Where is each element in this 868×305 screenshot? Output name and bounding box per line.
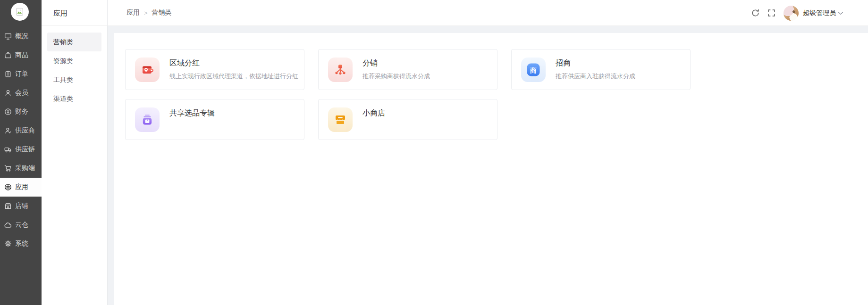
app-card-title: 区域分红 (169, 58, 298, 68)
apps-wheel-icon (4, 183, 12, 191)
topbar-right: 超级管理员 (751, 0, 843, 26)
cart-icon (4, 165, 12, 172)
sidebar-item-orders[interactable]: 订单 (0, 65, 42, 83)
topbar: 应用 > 营销类 超级管理员 (108, 0, 868, 26)
fullscreen-icon[interactable] (767, 9, 775, 17)
sidebar-item-procurement[interactable]: 采购端 (0, 159, 42, 178)
secondary-menu: 营销类 资源类 工具类 渠道类 (42, 26, 107, 108)
truck-icon (4, 146, 12, 153)
sidebar-item-supplier[interactable]: 供应商 (0, 121, 42, 140)
user-name: 超级管理员 (803, 9, 836, 17)
sidebar-item-label: 订单 (15, 70, 28, 78)
app-card-distribution[interactable]: 分销 推荐采购商获得流水分成 (318, 49, 497, 90)
sidebar-item-label: 店铺 (15, 202, 28, 210)
submenu-item-resources[interactable]: 资源类 (47, 51, 101, 70)
content-panel: 区域分红 线上实现行政区域代理渠道，依据地址进行分红 (114, 33, 868, 305)
app-card-regional-dividend[interactable]: 区域分红 线上实现行政区域代理渠道，依据地址进行分红 (125, 49, 304, 90)
chevron-down-icon (838, 10, 843, 16)
primary-menu: 概况 商品 订单 会员 财务 供应商 供应链 采购端 (0, 27, 42, 253)
bag-icon (4, 51, 12, 59)
storefront-line-icon (4, 202, 12, 210)
app-card-desc: 推荐采购商获得流水分成 (362, 72, 430, 81)
app-card-small-shop[interactable]: 小商店 (318, 99, 497, 140)
broken-image-icon (15, 7, 25, 16)
sidebar-item-goods[interactable]: 商品 (0, 46, 42, 65)
sidebar-item-apps[interactable]: 应用 (0, 178, 42, 197)
monitor-icon (4, 33, 12, 40)
sidebar-item-supply-chain[interactable]: 供应链 (0, 140, 42, 159)
user-avatar (784, 6, 799, 21)
person-icon (4, 89, 12, 97)
sidebar-item-label: 云仓 (15, 221, 28, 229)
sidebar-item-label: 商品 (15, 51, 28, 59)
storefront-icon (328, 107, 353, 132)
app-card-title: 共享选品专辑 (169, 107, 215, 118)
sidebar-item-label: 系统 (15, 239, 28, 248)
sidebar-item-label: 供应商 (15, 126, 35, 135)
submenu-item-marketing[interactable]: 营销类 (47, 33, 101, 51)
app-card-merchant-recruitment[interactable]: 商 招商 推荐供应商入驻获得流水分成 (511, 49, 691, 90)
sidebar-item-label: 采购端 (15, 164, 35, 173)
app-card-title: 分销 (362, 58, 430, 68)
breadcrumb-separator: > (144, 9, 148, 16)
submenu-item-channels[interactable]: 渠道类 (47, 89, 101, 108)
album-box-icon (135, 107, 160, 132)
sidebar-item-label: 供应链 (15, 145, 35, 154)
svg-text:商: 商 (530, 66, 537, 74)
sidebar-item-members[interactable]: 会员 (0, 83, 42, 102)
sidebar-item-finance[interactable]: 财务 (0, 102, 42, 121)
sidebar-item-label: 应用 (15, 183, 28, 191)
clipboard-icon (4, 70, 12, 78)
merchant-badge-icon: 商 (521, 58, 546, 82)
user-menu-trigger[interactable]: 超级管理员 (784, 6, 843, 21)
app-card-desc: 线上实现行政区域代理渠道，依据地址进行分红 (169, 72, 298, 81)
submenu-item-tools[interactable]: 工具类 (47, 70, 101, 89)
sidebar-item-cloud-warehouse[interactable]: 云仓 (0, 215, 42, 234)
breadcrumb-item-marketing: 营销类 (152, 8, 172, 17)
sidebar-item-shops[interactable]: 店铺 (0, 197, 42, 215)
sidebar-item-overview[interactable]: 概况 (0, 27, 42, 46)
main-region: 应用 > 营销类 超级管理员 (108, 0, 868, 305)
yen-coin-icon (4, 108, 12, 115)
wallet-pin-icon (135, 58, 160, 82)
sidebar-item-label: 财务 (15, 107, 28, 116)
sidebar-item-label: 概况 (15, 32, 28, 41)
network-tree-icon (328, 58, 353, 82)
primary-sidebar: 概况 商品 订单 会员 财务 供应商 供应链 采购端 (0, 0, 42, 305)
app-card-desc: 推荐供应商入驻获得流水分成 (556, 72, 635, 81)
cloud-icon (4, 221, 12, 229)
breadcrumb: 应用 > 营销类 (126, 8, 172, 17)
gear-icon (4, 240, 12, 247)
secondary-sidebar-title: 应用 (42, 0, 107, 26)
breadcrumb-item-apps[interactable]: 应用 (126, 8, 140, 17)
app-card-shared-selection-album[interactable]: 共享选品专辑 (125, 99, 304, 140)
refresh-icon[interactable] (751, 9, 759, 17)
app-card-grid: 区域分红 线上实现行政区域代理渠道，依据地址进行分红 (114, 33, 868, 140)
sidebar-item-label: 会员 (15, 89, 28, 97)
app-card-title: 招商 (556, 58, 635, 68)
app-card-title: 小商店 (362, 107, 385, 118)
app-logo (11, 3, 29, 21)
person-check-icon (4, 127, 12, 134)
secondary-sidebar: 应用 营销类 资源类 工具类 渠道类 (42, 0, 108, 305)
sidebar-item-system[interactable]: 系统 (0, 234, 42, 253)
